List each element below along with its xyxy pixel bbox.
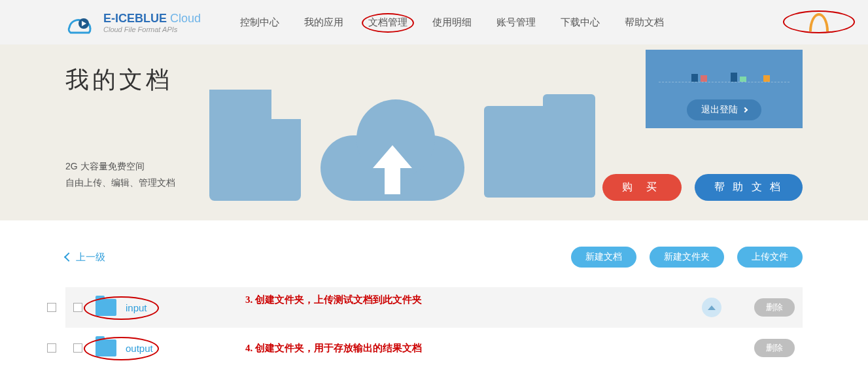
row-checkbox[interactable] — [73, 343, 82, 353]
upload-file-button[interactable]: 上传文件 — [737, 247, 803, 268]
file-manager: 上一级 新建文档 新建文件夹 上传文件 input 3. 创建文件夹，上传测试文… — [0, 220, 868, 368]
logo-subtitle: Cloud File Format APIs — [103, 26, 201, 33]
user-panel: 退出登陆 — [646, 50, 803, 128]
file-name[interactable]: input — [126, 302, 147, 313]
logo[interactable]: E-ICEBLUE Cloud Cloud File Format APIs — [65, 10, 201, 34]
hero-section: 我的文档 2G 大容量免费空间 自由上传、编辑、管理文档 退出登陆 购 买 — [0, 44, 868, 220]
hero-subtitle: 2G 大容量免费空间 自由上传、编辑、管理文档 — [65, 158, 203, 191]
logo-cloud-icon — [65, 10, 97, 34]
hero-illustration — [209, 61, 595, 201]
row-checkbox-outer[interactable] — [47, 343, 56, 353]
back-link[interactable]: 上一级 — [65, 251, 105, 264]
help-docs-button[interactable]: 帮 助 文 档 — [695, 174, 803, 201]
annotation-3: 3. 创建文件夹，上传测试文档到此文件夹 — [245, 294, 422, 306]
nav-usage-detail[interactable]: 使用明细 — [432, 16, 472, 29]
document-icon — [209, 90, 301, 201]
logout-button[interactable]: 退出登陆 — [687, 99, 761, 120]
main-nav: 控制中心 我的应用 文档管理 使用明细 账号管理 下载中心 帮助文档 — [240, 16, 664, 29]
nav-my-apps[interactable]: 我的应用 — [304, 16, 343, 29]
nav-download[interactable]: 下载中心 — [561, 16, 600, 29]
nav-doc-management[interactable]: 文档管理 — [368, 16, 408, 29]
folder-icon — [95, 339, 116, 356]
file-row[interactable]: input 3. 创建文件夹，上传测试文档到此文件夹 删除 — [65, 287, 803, 328]
folder-icon — [484, 106, 595, 198]
folder-icon — [95, 299, 116, 316]
delete-button[interactable]: 删除 — [754, 298, 795, 317]
nav-help[interactable]: 帮助文档 — [625, 16, 664, 29]
chevron-left-icon — [64, 252, 73, 262]
page-title: 我的文档 — [65, 64, 203, 96]
user-menu[interactable] — [809, 13, 829, 31]
scroll-up-button[interactable] — [702, 298, 721, 317]
file-row[interactable]: output 4. 创建文件夹，用于存放输出的结果文档 删除 — [65, 328, 803, 368]
cloud-upload-icon — [321, 103, 464, 201]
delete-button[interactable]: 删除 — [754, 339, 795, 357]
headset-icon — [809, 13, 829, 31]
header-bar: E-ICEBLUE Cloud Cloud File Format APIs 控… — [0, 0, 868, 44]
annotation-4: 4. 创建文件夹，用于存放输出的结果文档 — [245, 342, 422, 355]
logo-title: E-ICEBLUE Cloud — [103, 12, 201, 26]
buy-button[interactable]: 购 买 — [602, 174, 681, 201]
nav-control-center[interactable]: 控制中心 — [240, 16, 279, 29]
row-checkbox[interactable] — [73, 303, 82, 312]
nav-account[interactable]: 账号管理 — [496, 16, 536, 29]
new-doc-button[interactable]: 新建文档 — [571, 247, 636, 268]
file-name[interactable]: output — [126, 343, 153, 354]
chevron-right-icon — [742, 107, 748, 113]
new-folder-button[interactable]: 新建文件夹 — [650, 247, 724, 268]
usage-chart-icon — [659, 63, 790, 82]
chevron-up-icon — [708, 305, 716, 310]
select-all-checkbox[interactable] — [47, 303, 56, 312]
